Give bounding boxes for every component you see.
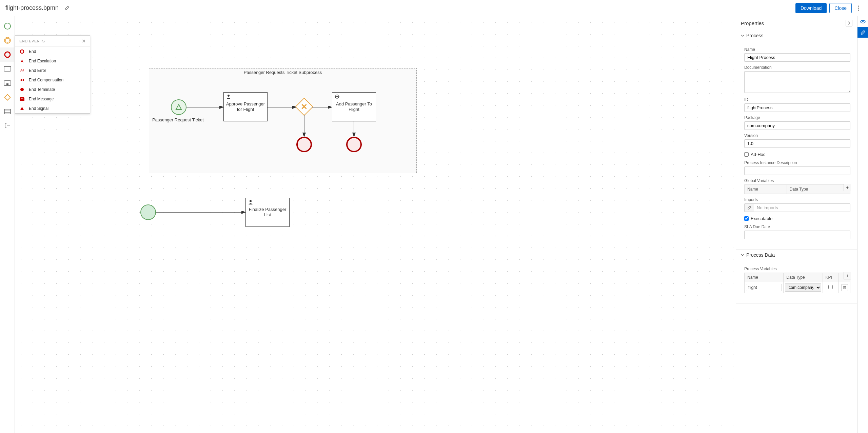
package-input[interactable] xyxy=(744,121,850,130)
pvars-col-dtype: Data Type xyxy=(784,273,823,282)
name-label: Name xyxy=(744,47,850,52)
exclusive-gateway[interactable]: ✕ xyxy=(296,99,312,115)
svg-point-1 xyxy=(858,7,859,8)
edit-filename-icon[interactable] xyxy=(63,4,71,12)
palette-end-signal[interactable]: End Signal xyxy=(15,104,90,113)
kebab-menu-icon[interactable] xyxy=(854,4,863,12)
imports-placeholder: No imports xyxy=(754,204,850,212)
start-signal-label: Passenger Request Ticket xyxy=(152,117,204,122)
side-tabs xyxy=(857,16,868,433)
chevron-down-icon xyxy=(741,253,744,257)
task-finalize[interactable]: Finalize Passenger List xyxy=(245,198,290,227)
svg-point-0 xyxy=(858,5,859,6)
svg-point-16 xyxy=(20,88,24,91)
name-input[interactable] xyxy=(744,53,850,62)
message-icon xyxy=(19,96,25,102)
task-approve[interactable]: Approve Passenger for Flight xyxy=(223,92,268,121)
section-process-header[interactable]: Process xyxy=(736,30,857,41)
pvars-col-kpi: KPI xyxy=(823,273,839,282)
palette-label: End Error xyxy=(29,68,46,73)
palette-end[interactable]: End xyxy=(15,47,90,56)
task-label: Approve Passenger for Flight xyxy=(225,101,266,112)
section-title: Process xyxy=(746,33,764,38)
palette-end-error[interactable]: End Error xyxy=(15,66,90,75)
left-toolbar xyxy=(0,16,15,433)
version-label: Version xyxy=(744,133,850,138)
svg-rect-7 xyxy=(4,66,11,71)
globals-col-name: Name xyxy=(745,185,787,194)
side-tab-view[interactable] xyxy=(857,16,868,27)
palette-label: End Escalation xyxy=(29,59,56,63)
add-global-button[interactable]: + xyxy=(844,184,851,191)
palette-label: End Signal xyxy=(29,106,48,111)
properties-title: Properties xyxy=(741,20,764,26)
globals-col-dtype: Data Type xyxy=(787,185,850,194)
toolbar-end-event[interactable] xyxy=(0,47,15,62)
toolbar-start-event[interactable] xyxy=(0,19,15,33)
version-input[interactable] xyxy=(744,139,850,148)
svg-point-3 xyxy=(4,23,11,29)
imports-label: Imports xyxy=(744,197,850,202)
palette-end-compensation[interactable]: End Compensation xyxy=(15,75,90,85)
toolbar-gateway[interactable] xyxy=(0,90,15,104)
end-event-task[interactable] xyxy=(346,137,362,152)
header-bar: flight-process.bpmn Download Close xyxy=(0,0,868,16)
svg-point-18 xyxy=(228,95,230,97)
collapse-properties-icon[interactable] xyxy=(846,20,852,26)
bpmn-canvas[interactable]: Passenger Requests Ticket Subprocess Pas… xyxy=(15,16,736,433)
start-event-main[interactable] xyxy=(140,204,156,220)
task-label: Add Passenger To Flight xyxy=(334,101,374,112)
palette-title: END EVENTS xyxy=(19,39,45,43)
palette-end-terminate[interactable]: End Terminate xyxy=(15,85,90,94)
svg-point-15 xyxy=(20,50,24,53)
svg-point-33 xyxy=(862,21,864,22)
delete-pvar-icon[interactable] xyxy=(841,284,848,291)
user-task-icon xyxy=(226,94,231,101)
task-add[interactable]: Add Passenger To Flight xyxy=(332,92,376,121)
start-signal-event[interactable] xyxy=(171,99,186,115)
svg-point-25 xyxy=(250,200,252,202)
id-input[interactable] xyxy=(744,103,850,112)
end-event-gateway[interactable] xyxy=(296,137,312,152)
id-label: ID xyxy=(744,97,850,102)
download-button[interactable]: Download xyxy=(795,3,827,13)
gateway-x-icon: ✕ xyxy=(301,102,308,112)
side-tab-edit[interactable] xyxy=(857,27,868,38)
pid-input[interactable] xyxy=(744,166,850,175)
svg-point-2 xyxy=(858,9,859,11)
section-process-data-header[interactable]: Process Data xyxy=(736,250,857,260)
toolbar-task[interactable] xyxy=(0,62,15,76)
svg-point-20 xyxy=(336,96,338,97)
add-pvar-button[interactable]: + xyxy=(844,272,851,279)
palette-close-icon[interactable]: ✕ xyxy=(82,38,86,44)
palette-end-escalation[interactable]: End Escalation xyxy=(15,56,90,66)
documentation-input[interactable] xyxy=(744,71,850,93)
palette-end-message[interactable]: End Message xyxy=(15,94,90,104)
escalation-icon xyxy=(19,58,25,64)
toolbar-subprocess[interactable] xyxy=(0,76,15,90)
pvars-label: Process Variables xyxy=(744,267,850,271)
pvar-kpi-checkbox[interactable] xyxy=(828,285,833,289)
terminate-icon xyxy=(19,87,25,92)
subprocess-label: Passenger Requests Ticket Subprocess xyxy=(244,70,322,75)
sla-input[interactable] xyxy=(744,231,850,239)
palette-label: End xyxy=(29,49,36,54)
toolbar-intermediate-event[interactable] xyxy=(0,33,15,47)
palette-label: End Message xyxy=(29,97,54,101)
documentation-label: Documentation xyxy=(744,65,850,70)
executable-checkbox[interactable] xyxy=(744,216,749,221)
pvar-name-input[interactable] xyxy=(746,284,782,291)
close-button[interactable]: Close xyxy=(829,3,852,13)
pid-label: Process Instance Description xyxy=(744,160,850,165)
adhoc-checkbox[interactable] xyxy=(744,152,749,157)
adhoc-label: Ad-Hoc xyxy=(751,152,765,157)
pvar-type-select[interactable]: com.company xyxy=(785,283,821,292)
edit-imports-button[interactable] xyxy=(745,204,754,212)
toolbar-lane[interactable] xyxy=(0,104,15,119)
service-task-icon xyxy=(334,94,340,101)
svg-rect-9 xyxy=(6,83,8,85)
toolbar-artifact[interactable] xyxy=(0,119,15,133)
executable-label: Executable xyxy=(751,216,772,221)
end-icon xyxy=(19,49,25,54)
user-task-icon xyxy=(248,199,253,206)
